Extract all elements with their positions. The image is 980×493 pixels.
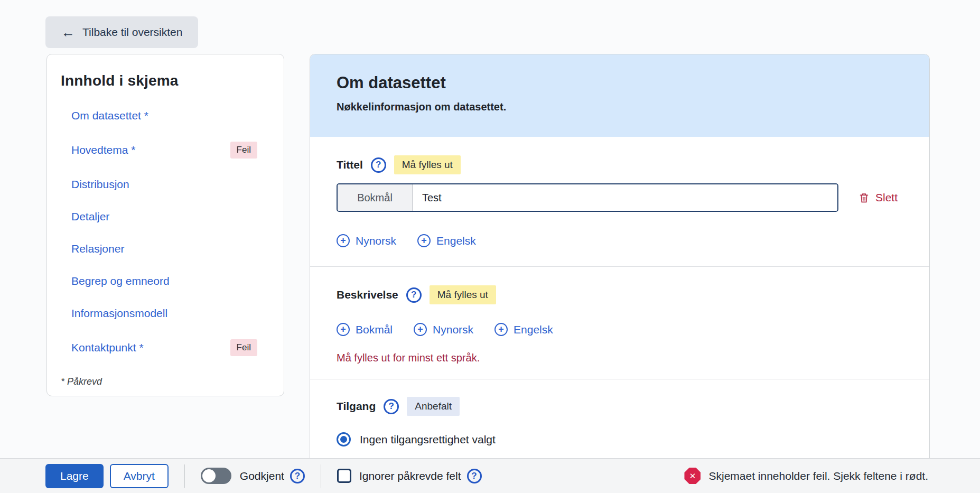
error-octagon-icon: ✕ <box>684 468 701 484</box>
add-language-label: Engelsk <box>514 323 553 336</box>
radio-selected-icon[interactable] <box>337 432 351 447</box>
beskrivelse-error-text: Må fylles ut for minst ett språk. <box>337 352 903 364</box>
arrow-left-icon: ← <box>61 25 75 39</box>
help-icon[interactable]: ? <box>290 469 305 483</box>
add-language-label: Nynorsk <box>356 235 396 247</box>
sidebar-title: Innhold i skjema <box>61 72 270 89</box>
add-language-label: Nynorsk <box>433 323 473 336</box>
sidebar-item-distribusjon: Distribusjon <box>71 178 257 191</box>
error-badge: Feil <box>230 339 257 356</box>
required-note: * Påkrevd <box>61 376 270 387</box>
required-mark: * <box>144 109 148 122</box>
om-datasettet-panel: Om datasettet Nøkkelinformasjon om datas… <box>310 54 930 458</box>
sidebar-link-relasjoner[interactable]: Relasjoner <box>71 243 124 255</box>
access-radio-label: Ingen tilgangsrettighet valgt <box>360 433 496 446</box>
sidebar-link-begrep-og-emneord[interactable]: Begrep og emneord <box>71 275 170 287</box>
sidebar-link-label: Kontaktpunkt <box>71 341 136 354</box>
tittel-input[interactable] <box>413 184 837 211</box>
add-bokmal-description-button[interactable]: + Bokmål <box>337 323 393 336</box>
sidebar-link-om-datasettet[interactable]: Om datasettet * <box>71 109 148 122</box>
tittel-input-group: Bokmål <box>337 183 838 212</box>
add-nynorsk-title-button[interactable]: + Nynorsk <box>337 234 396 247</box>
tittel-section: Tittel ? Må fylles ut Bokmål Slett + Nyn… <box>310 137 929 267</box>
sidebar-link-label: Hovedtema <box>71 144 128 156</box>
required-mark: * <box>139 341 143 354</box>
sidebar-link-informasjonsmodell[interactable]: Informasjonsmodell <box>71 307 167 320</box>
required-mark: * <box>131 144 135 156</box>
help-icon[interactable]: ? <box>384 399 399 414</box>
tilgang-label: Tilgang <box>337 400 376 413</box>
plus-icon: + <box>414 323 427 336</box>
sidebar-item-hovedtema: Hovedtema * Feil <box>71 142 257 159</box>
error-badge: Feil <box>230 142 257 159</box>
language-prefix: Bokmål <box>338 184 413 211</box>
back-to-overview-label: Tilbake til oversikten <box>82 26 182 39</box>
panel-subtitle: Nøkkelinformasjon om datasettet. <box>337 101 903 113</box>
plus-icon: + <box>417 234 431 247</box>
must-fill-badge: Må fylles ut <box>394 155 461 174</box>
help-icon[interactable]: ? <box>467 469 482 483</box>
tilgang-section: Tilgang ? Anbefalt Ingen tilgangsrettigh… <box>310 379 929 458</box>
delete-title-label: Slett <box>875 191 898 204</box>
toggle-knob <box>202 469 216 482</box>
sidebar-item-informasjonsmodell: Informasjonsmodell <box>71 307 257 320</box>
anbefalt-badge: Anbefalt <box>407 397 460 416</box>
sidebar-item-kontaktpunkt: Kontaktpunkt * Feil <box>71 339 257 356</box>
save-button[interactable]: Lagre <box>45 464 104 488</box>
add-engelsk-title-button[interactable]: + Engelsk <box>417 234 476 247</box>
divider <box>321 464 321 488</box>
sidebar-item-begrep-og-emneord: Begrep og emneord <box>71 275 257 287</box>
sidebar-link-label: Om datasettet <box>71 109 141 122</box>
plus-icon: + <box>337 234 350 247</box>
ignore-required-label: Ignorer påkrevde felt <box>359 470 461 482</box>
delete-title-button[interactable]: Slett <box>858 191 898 204</box>
help-icon[interactable]: ? <box>371 157 386 173</box>
sidebar-item-om-datasettet: Om datasettet * <box>71 109 257 122</box>
add-engelsk-description-button[interactable]: + Engelsk <box>494 323 553 336</box>
ignore-required-checkbox[interactable] <box>337 469 351 483</box>
sidebar-item-detaljer: Detaljer <box>71 210 257 223</box>
access-radio-option[interactable]: Ingen tilgangsrettighet valgt <box>337 432 903 447</box>
add-language-label: Bokmål <box>356 323 393 336</box>
sidebar-link-distribusjon[interactable]: Distribusjon <box>71 178 129 191</box>
trash-icon <box>858 192 870 204</box>
form-contents-sidebar: Innhold i skjema Om datasettet * Hovedte… <box>46 54 284 396</box>
must-fill-badge: Må fylles ut <box>430 285 496 304</box>
back-to-overview-button[interactable]: ← Tilbake til oversikten <box>45 16 198 48</box>
sidebar-nav: Om datasettet * Hovedtema * Feil Distrib… <box>61 109 270 356</box>
add-language-label: Engelsk <box>436 235 476 247</box>
panel-title: Om datasettet <box>337 73 903 92</box>
action-bar: Lagre Avbryt Godkjent ? Ignorer påkrevde… <box>0 458 980 493</box>
tittel-label: Tittel <box>337 159 363 171</box>
beskrivelse-section: Beskrivelse ? Må fylles ut + Bokmål + Ny… <box>310 267 929 379</box>
plus-icon: + <box>494 323 508 336</box>
add-nynorsk-description-button[interactable]: + Nynorsk <box>414 323 473 336</box>
sidebar-item-relasjoner: Relasjoner <box>71 243 257 255</box>
panel-header: Om datasettet Nøkkelinformasjon om datas… <box>310 54 929 137</box>
sidebar-link-detaljer[interactable]: Detaljer <box>71 210 109 223</box>
approved-toggle[interactable] <box>201 468 231 484</box>
beskrivelse-label: Beskrivelse <box>337 289 398 301</box>
plus-icon: + <box>337 323 350 336</box>
sidebar-link-kontaktpunkt[interactable]: Kontaktpunkt * <box>71 341 144 354</box>
divider <box>184 464 185 488</box>
form-error-message: Skjemaet inneholder feil. Sjekk feltene … <box>708 470 928 482</box>
help-icon[interactable]: ? <box>406 287 422 303</box>
approved-toggle-label: Godkjent <box>240 470 284 482</box>
cancel-button[interactable]: Avbryt <box>110 464 169 488</box>
sidebar-link-hovedtema[interactable]: Hovedtema * <box>71 144 135 156</box>
